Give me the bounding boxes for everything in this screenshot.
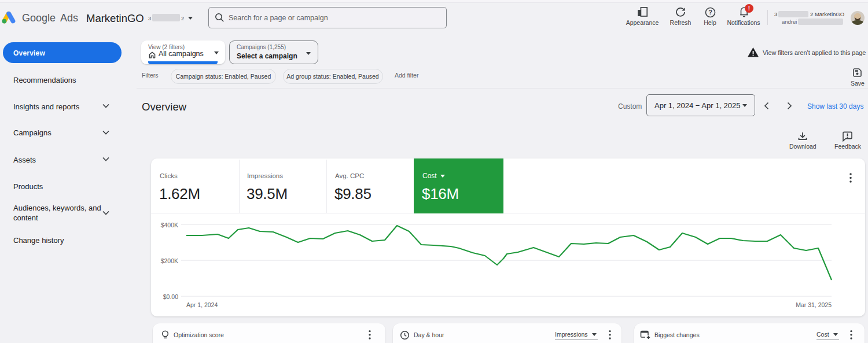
svg-text:?: ? — [708, 9, 712, 16]
